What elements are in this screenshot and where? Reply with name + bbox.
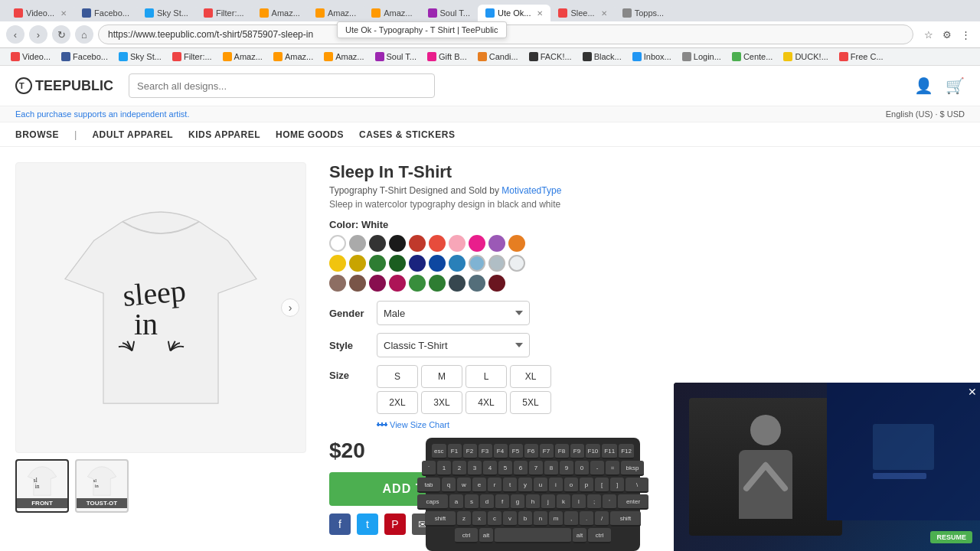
- next-image-button[interactable]: ›: [281, 298, 299, 317]
- nav-browse[interactable]: BROWSE: [15, 129, 59, 140]
- key-enter[interactable]: enter: [618, 494, 648, 510]
- user-icon[interactable]: 👤: [914, 77, 933, 95]
- swatch-maroon[interactable]: [369, 275, 386, 292]
- key-k[interactable]: k: [557, 494, 570, 510]
- browser-tab-1[interactable]: Video... ✕: [6, 5, 74, 21]
- key-g[interactable]: g: [511, 494, 524, 510]
- bookmark-soul[interactable]: Soul T...: [371, 51, 422, 63]
- key-f6[interactable]: F6: [524, 444, 538, 459]
- key-period[interactable]: .: [580, 511, 593, 527]
- swatch-red[interactable]: [409, 235, 426, 252]
- video-resume-button[interactable]: RESUME: [930, 531, 972, 543]
- key-8[interactable]: 8: [544, 461, 558, 476]
- swatch-burgundy[interactable]: [488, 275, 505, 292]
- key-i[interactable]: i: [549, 478, 563, 493]
- site-logo[interactable]: T TEEPUBLIC: [15, 77, 113, 94]
- pinterest-share-button[interactable]: P: [384, 514, 406, 535]
- key-d[interactable]: d: [480, 494, 494, 510]
- key-rbracket[interactable]: ]: [610, 478, 624, 493]
- key-f[interactable]: f: [495, 494, 509, 510]
- nav-cases[interactable]: CASES & STICKERS: [359, 129, 455, 140]
- bookmark-gift[interactable]: Gift B...: [423, 51, 472, 63]
- back-button[interactable]: ‹: [6, 25, 24, 44]
- key-h[interactable]: h: [526, 494, 540, 510]
- swatch-pink[interactable]: [449, 235, 466, 252]
- thumb-front[interactable]: sl in FRONT: [15, 459, 69, 513]
- key-f5[interactable]: F5: [509, 444, 523, 459]
- swatch-gold[interactable]: [349, 255, 366, 272]
- bookmark-inbox[interactable]: Inbox...: [628, 51, 676, 63]
- key-t[interactable]: t: [503, 478, 517, 493]
- key-f1[interactable]: F1: [448, 444, 462, 459]
- gender-select[interactable]: Male Female: [377, 301, 530, 325]
- key-semicolon[interactable]: ;: [587, 494, 601, 510]
- key-esc[interactable]: esc: [432, 444, 446, 459]
- key-0[interactable]: 0: [575, 461, 589, 476]
- key-a[interactable]: a: [449, 494, 463, 510]
- swatch-brown[interactable]: [349, 275, 366, 292]
- key-lshift[interactable]: shift: [425, 511, 456, 527]
- swatch-blue[interactable]: [429, 255, 446, 272]
- key-backspace[interactable]: bksp: [621, 461, 644, 476]
- swatch-white[interactable]: [329, 235, 346, 252]
- swatch-cranberry[interactable]: [389, 275, 406, 292]
- video-close-button[interactable]: ✕: [968, 386, 977, 398]
- bookmark-amaz1[interactable]: Amaz...: [218, 51, 267, 63]
- size-chart-link[interactable]: View Size Chart: [377, 420, 551, 429]
- home-button[interactable]: ⌂: [75, 25, 93, 44]
- menu-icon[interactable]: ⋮: [958, 28, 974, 42]
- browser-tab-11[interactable]: Topps...: [615, 5, 672, 21]
- browser-tab-7[interactable]: Amaz...: [364, 5, 420, 21]
- swatch-navy[interactable]: [409, 255, 426, 272]
- nav-adult[interactable]: ADULT APPAREL: [92, 129, 173, 140]
- size-3xl[interactable]: 3XL: [421, 391, 462, 414]
- key-q[interactable]: q: [442, 478, 456, 493]
- key-p[interactable]: p: [580, 478, 593, 493]
- product-artist-link[interactable]: MotivatedType: [501, 185, 561, 196]
- size-l[interactable]: L: [466, 365, 507, 388]
- swatch-yellow[interactable]: [329, 255, 346, 272]
- key-slash[interactable]: /: [595, 511, 609, 527]
- bookmark-cente[interactable]: Cente...: [727, 51, 778, 63]
- key-f11[interactable]: F11: [602, 444, 617, 459]
- forward-button[interactable]: ›: [29, 25, 47, 44]
- key-o[interactable]: o: [564, 478, 578, 493]
- swatch-hotpink[interactable]: [469, 235, 485, 252]
- size-4xl[interactable]: 4XL: [466, 391, 507, 414]
- key-s[interactable]: s: [465, 494, 479, 510]
- key-alt[interactable]: alt: [479, 528, 493, 543]
- key-1[interactable]: 1: [437, 461, 451, 476]
- key-quote[interactable]: ': [603, 494, 616, 510]
- thumb-back[interactable]: sl in TOUST-OT: [75, 459, 129, 513]
- key-comma[interactable]: ,: [564, 511, 578, 527]
- key-backslash[interactable]: \: [626, 478, 648, 493]
- swatch-gray[interactable]: [349, 235, 366, 252]
- key-9[interactable]: 9: [560, 461, 573, 476]
- key-c[interactable]: c: [488, 511, 501, 527]
- size-2xl[interactable]: 2XL: [377, 391, 418, 414]
- extensions-icon[interactable]: ⚙: [939, 28, 955, 42]
- swatch-purple[interactable]: [488, 235, 505, 252]
- key-ctrl[interactable]: ctrl: [455, 528, 478, 543]
- browser-tab-6[interactable]: Amaz...: [308, 5, 364, 21]
- key-v[interactable]: v: [503, 511, 517, 527]
- swatch-lightblue[interactable]: [449, 255, 466, 272]
- bookmark-login[interactable]: Login...: [678, 51, 726, 63]
- bookmark-free[interactable]: Free C...: [835, 51, 888, 63]
- key-2[interactable]: 2: [452, 461, 466, 476]
- key-5[interactable]: 5: [498, 461, 512, 476]
- key-z[interactable]: z: [457, 511, 471, 527]
- key-u[interactable]: u: [534, 478, 547, 493]
- browser-tab-3[interactable]: Sky St...: [137, 5, 196, 21]
- key-minus[interactable]: -: [590, 461, 604, 476]
- swatch-medgreen[interactable]: [409, 275, 426, 292]
- key-f9[interactable]: F9: [570, 444, 584, 459]
- browser-tab-5[interactable]: Amaz...: [252, 5, 308, 21]
- key-7[interactable]: 7: [529, 461, 543, 476]
- key-lbracket[interactable]: [: [595, 478, 609, 493]
- tab-close-10[interactable]: ✕: [601, 9, 607, 18]
- size-s[interactable]: S: [377, 365, 418, 388]
- key-3[interactable]: 3: [468, 461, 482, 476]
- browser-tab-4[interactable]: Filter:...: [196, 5, 252, 21]
- browser-tab-2[interactable]: Facebo...: [74, 5, 137, 21]
